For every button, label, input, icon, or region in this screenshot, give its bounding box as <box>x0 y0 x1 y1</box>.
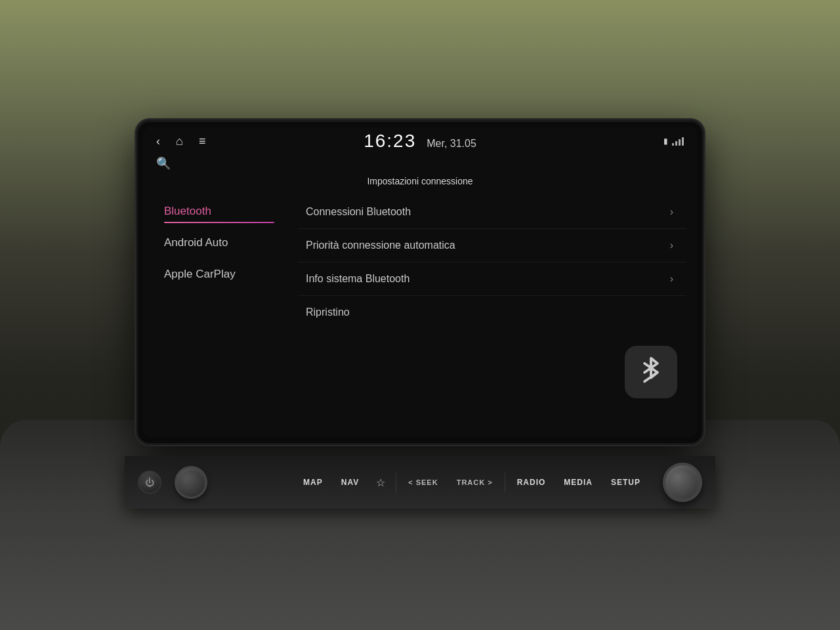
seek-button[interactable]: < SEEK <box>399 473 447 492</box>
menu-item-priorita[interactable]: Priorità connessione automatica › <box>298 229 686 262</box>
power-button[interactable]: ⏻ <box>138 471 161 494</box>
map-button[interactable]: MAP <box>294 472 332 492</box>
menu-item-ripristino[interactable]: Ripristino <box>298 296 686 329</box>
status-icons: ▮ <box>663 136 684 146</box>
nav-icons: ‹ ⌂ ≡ <box>156 135 205 148</box>
time-display: 16:23 Mer, 31.05 <box>364 131 476 152</box>
left-knob[interactable] <box>175 466 207 499</box>
favorite-button[interactable]: ☆ <box>368 471 393 494</box>
sidebar-item-android-auto[interactable]: Android Auto <box>154 227 285 259</box>
chevron-icon: › <box>670 240 673 251</box>
right-knob[interactable] <box>663 463 702 502</box>
bluetooth-symbol <box>635 354 667 390</box>
setup-button[interactable]: SETUP <box>602 472 650 492</box>
bluetooth-icon-large <box>625 346 677 398</box>
back-button[interactable]: ‹ <box>156 135 160 148</box>
divider <box>505 472 505 492</box>
sidebar-item-bluetooth[interactable]: Bluetooth <box>154 196 285 227</box>
clock: 16:23 <box>364 131 416 152</box>
search-area: 🔍 <box>143 154 697 176</box>
physical-controls: ⏻ MAP NAV ☆ < SEEK TRACK > RADIO MEDIA S… <box>125 456 715 509</box>
battery-icon: ▮ <box>663 136 668 146</box>
sidebar: Bluetooth Android Auto Apple CarPlay <box>154 193 285 428</box>
home-button[interactable]: ⌂ <box>176 135 183 148</box>
menu-item-info[interactable]: Info sistema Bluetooth › <box>298 262 686 296</box>
date: Mer, 31.05 <box>427 138 476 150</box>
media-button[interactable]: MEDIA <box>555 472 602 492</box>
chevron-icon: › <box>670 273 673 285</box>
screen-bezel: ‹ ⌂ ≡ 16:23 Mer, 31.05 ▮ <box>138 121 702 444</box>
divider <box>396 472 396 492</box>
track-button[interactable]: TRACK > <box>448 473 502 492</box>
page-title: Impostazioni connessione <box>143 176 697 193</box>
search-icon[interactable]: 🔍 <box>156 156 171 171</box>
signal-icon <box>672 136 684 146</box>
top-bar: ‹ ⌂ ≡ 16:23 Mer, 31.05 ▮ <box>143 127 697 154</box>
chevron-icon: › <box>670 206 673 218</box>
main-screen: ‹ ⌂ ≡ 16:23 Mer, 31.05 ▮ <box>143 127 697 438</box>
radio-button[interactable]: RADIO <box>508 472 555 492</box>
nav-button[interactable]: NAV <box>332 472 368 492</box>
content-area: Bluetooth Android Auto Apple CarPlay Con… <box>143 193 697 438</box>
sidebar-item-apple-carplay[interactable]: Apple CarPlay <box>154 259 285 290</box>
menu-item-connessioni[interactable]: Connessioni Bluetooth › <box>298 196 686 229</box>
menu-button[interactable]: ≡ <box>199 135 206 148</box>
